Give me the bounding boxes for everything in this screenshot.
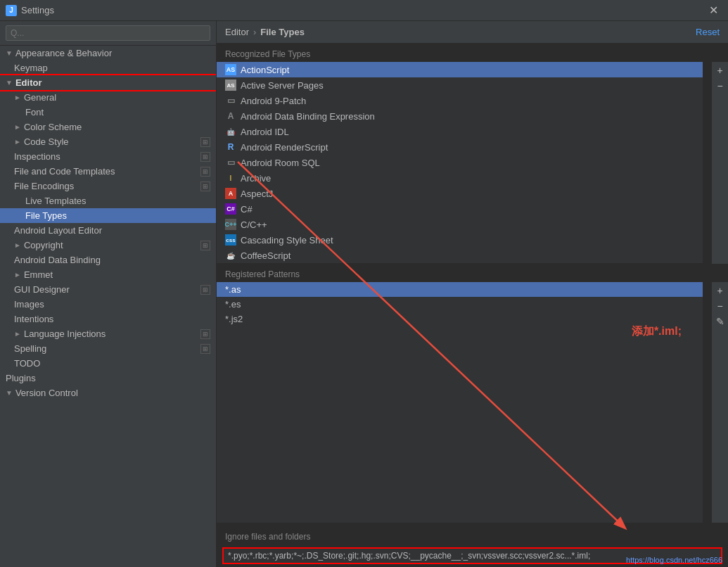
sidebar-item-editor[interactable]: Editor [0, 75, 216, 90]
patterns-list: *.as *.es *.js2 添加*.iml; [217, 282, 703, 523]
file-type-icon: A [225, 188, 236, 199]
file-type-label: CoffeeScript [241, 250, 290, 261]
sidebar-item-appearance[interactable]: Appearance & Behavior [0, 46, 216, 60]
sidebar-item-copyright[interactable]: Copyright ⊞ [0, 238, 216, 253]
sidebar-item-label: General [24, 92, 210, 103]
file-type-label: ActionScript [241, 65, 289, 75]
search-input[interactable] [6, 25, 210, 41]
patterns-side-buttons: + − ✎ [711, 282, 728, 523]
file-type-icon: R [225, 141, 236, 153]
badge-icon: ⊞ [200, 137, 210, 147]
sidebar-item-intentions[interactable]: Intentions [0, 312, 216, 326]
sidebar-item-general[interactable]: General [0, 90, 216, 105]
badge-icon: ⊞ [200, 344, 210, 354]
arrow-icon [14, 94, 21, 101]
arrow-icon [14, 123, 21, 131]
breadcrumb: Editor › File Types [225, 27, 305, 37]
add-file-type-button[interactable]: + [713, 63, 727, 77]
file-type-label: Android Data Binding Expression [241, 111, 375, 122]
window-title: Settings [21, 5, 705, 15]
sidebar-item-filecodetemplates[interactable]: File and Code Templates ⊞ [0, 164, 216, 179]
file-type-item[interactable]: A Android Data Binding Expression [217, 108, 703, 124]
sidebar-item-images[interactable]: Images [0, 297, 216, 312]
close-button[interactable]: ✕ [705, 2, 722, 18]
sidebar-item-guidesigner[interactable]: GUI Designer ⊞ [0, 282, 216, 297]
sidebar-item-fileencodings[interactable]: File Encodings ⊞ [0, 179, 216, 193]
sidebar-item-font[interactable]: Font [0, 105, 216, 120]
reset-button[interactable]: Reset [696, 27, 720, 37]
sidebar-item-label: Images [14, 299, 210, 310]
breadcrumb-parent: Editor [225, 27, 249, 37]
badge-icon: ⊞ [200, 241, 210, 250]
file-type-icon: ☕ [225, 250, 236, 261]
pattern-item[interactable]: *.es [217, 297, 703, 312]
file-type-icon: C++ [225, 219, 236, 230]
file-type-item[interactable]: ☕ CoffeeScript [217, 248, 703, 263]
sidebar-item-label: Android Layout Editor [14, 225, 210, 236]
pattern-item[interactable]: *.as [217, 282, 703, 297]
file-type-label: Active Server Pages [241, 80, 324, 91]
sidebar-item-label: File and Code Templates [14, 166, 199, 177]
pattern-item[interactable]: *.js2 [217, 312, 703, 326]
sidebar-item-label: File Types [25, 210, 210, 221]
arrow-icon [6, 389, 13, 397]
recognized-label: Recognized File Types [217, 44, 728, 62]
file-type-item[interactable]: 🤖 Android IDL [217, 124, 703, 139]
sidebar-item-filetypes[interactable]: File Types [0, 208, 216, 223]
file-type-item[interactable]: A AspectJ [217, 186, 703, 201]
file-type-item[interactable]: R Android RenderScript [217, 139, 703, 155]
sidebar-item-plugins[interactable]: Plugins [0, 371, 216, 386]
sidebar-item-emmet[interactable]: Emmet [0, 267, 216, 282]
badge-icon: ⊞ [200, 181, 210, 191]
sidebar-item-label: Color Scheme [24, 122, 210, 132]
sidebar-item-label: Intentions [14, 314, 210, 324]
main-container: Appearance & Behavior Keymap Editor Gene… [0, 21, 728, 567]
search-box [0, 21, 216, 46]
sidebar-item-livetemplates[interactable]: Live Templates [0, 193, 216, 208]
file-type-icon: css [225, 234, 236, 246]
app-icon: J [6, 5, 17, 16]
add-pattern-button[interactable]: + [713, 284, 727, 298]
file-types-list: AS ActionScript AS Active Server Pages ▭… [217, 62, 703, 264]
sidebar: Appearance & Behavior Keymap Editor Gene… [0, 21, 217, 567]
file-type-item[interactable]: AS Active Server Pages [217, 77, 703, 93]
ignore-label: Ignore files and folders [217, 526, 728, 544]
file-type-item[interactable]: ▭ Android Room SQL [217, 155, 703, 170]
remove-file-type-button[interactable]: − [713, 79, 727, 93]
file-type-item[interactable]: I Archive [217, 170, 703, 186]
sidebar-item-keymap[interactable]: Keymap [0, 60, 216, 75]
sidebar-item-label: Copyright [24, 240, 199, 250]
file-type-label: Android RenderScript [241, 142, 328, 153]
sidebar-item-label: Plugins [6, 373, 210, 383]
sidebar-item-label: Language Injections [24, 329, 199, 339]
arrow-icon [6, 49, 13, 57]
file-type-item[interactable]: ▭ Android 9-Patch [217, 93, 703, 108]
file-type-item[interactable]: css Cascading Style Sheet [217, 232, 703, 248]
file-type-icon: ▭ [225, 95, 236, 106]
sidebar-item-label: TODO [14, 358, 210, 369]
file-type-item[interactable]: C++ C/C++ [217, 217, 703, 232]
sidebar-item-label: Live Templates [25, 196, 210, 206]
sidebar-item-androidlayout[interactable]: Android Layout Editor [0, 223, 216, 238]
file-type-item[interactable]: C# C# [217, 201, 703, 217]
content-header: Editor › File Types Reset [217, 21, 728, 44]
sidebar-item-todo[interactable]: TODO [0, 356, 216, 371]
remove-pattern-button[interactable]: − [713, 299, 727, 313]
file-type-label: Android Room SQL [241, 158, 320, 168]
sidebar-item-inspections[interactable]: Inspections ⊞ [0, 149, 216, 164]
sidebar-item-label: Inspections [14, 151, 199, 162]
sidebar-item-versioncontrol[interactable]: Version Control [0, 386, 216, 400]
sidebar-item-label: Font [25, 107, 210, 117]
arrow-icon [14, 271, 21, 279]
sidebar-item-colorscheme[interactable]: Color Scheme [0, 120, 216, 134]
sidebar-item-label: File Encodings [14, 181, 199, 191]
arrow-icon [6, 79, 13, 87]
sidebar-item-spelling[interactable]: Spelling ⊞ [0, 341, 216, 356]
badge-icon: ⊞ [200, 329, 210, 339]
sidebar-item-codestyle[interactable]: Code Style ⊞ [0, 134, 216, 149]
file-type-icon: AS [225, 79, 236, 91]
sidebar-item-languageinjections[interactable]: Language Injections ⊞ [0, 326, 216, 341]
edit-pattern-button[interactable]: ✎ [713, 314, 727, 329]
file-type-item[interactable]: AS ActionScript [217, 62, 703, 77]
sidebar-item-androiddatabinding[interactable]: Android Data Binding [0, 253, 216, 267]
